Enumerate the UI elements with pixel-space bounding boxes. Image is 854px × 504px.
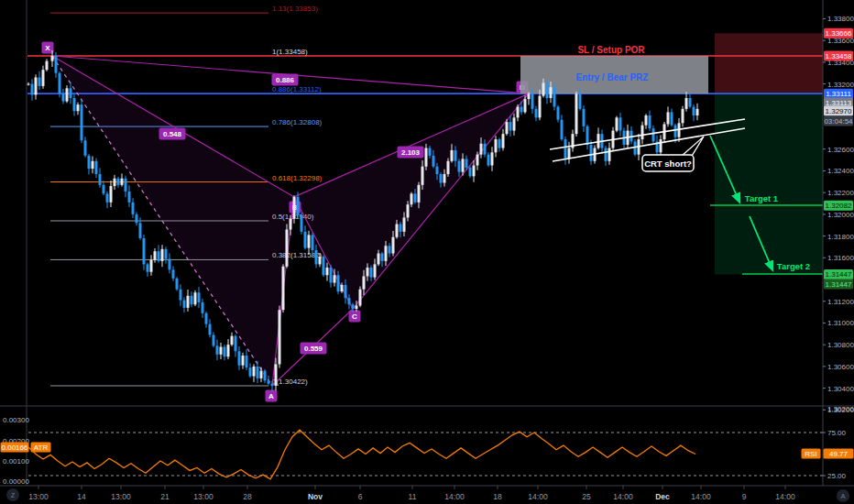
trading-chart[interactable]: 1.13(1.33853)1(1.33458)0.886(1.33112)0.7… xyxy=(0,0,854,504)
svg-text:13:00: 13:00 xyxy=(28,492,49,501)
svg-text:1.32600: 1.32600 xyxy=(827,146,854,154)
svg-text:1.31600: 1.31600 xyxy=(827,254,854,262)
svg-text:0(1.30422): 0(1.30422) xyxy=(272,378,308,386)
svg-text:1.31000: 1.31000 xyxy=(827,319,854,327)
svg-text:1.30400: 1.30400 xyxy=(827,385,854,393)
svg-text:1.31447: 1.31447 xyxy=(826,270,852,279)
svg-text:0.00000: 0.00000 xyxy=(3,477,29,486)
svg-text:25: 25 xyxy=(582,492,591,501)
svg-text:0.886(1.33112): 0.886(1.33112) xyxy=(272,85,322,93)
svg-text:C: C xyxy=(352,312,357,321)
svg-text:0.886: 0.886 xyxy=(276,76,295,84)
svg-text:Dec: Dec xyxy=(655,492,670,501)
timezone-button[interactable]: Z xyxy=(6,488,19,501)
svg-text:X: X xyxy=(45,44,50,52)
svg-text:ATR: ATR xyxy=(34,444,49,452)
svg-text:49.77: 49.77 xyxy=(829,450,849,458)
svg-text:0.00100: 0.00100 xyxy=(3,457,29,466)
svg-text:14:00: 14:00 xyxy=(444,492,465,501)
svg-text:1(1.33458): 1(1.33458) xyxy=(272,48,308,56)
svg-text:6: 6 xyxy=(358,492,363,501)
svg-text:1.31200: 1.31200 xyxy=(827,298,854,306)
svg-text:14:00: 14:00 xyxy=(775,492,795,501)
svg-text:1.32200: 1.32200 xyxy=(827,189,854,197)
svg-text:0.618(1.32298): 0.618(1.32298) xyxy=(272,174,323,182)
crt-label: CRT short? xyxy=(644,159,692,169)
svg-text:0.00300: 0.00300 xyxy=(3,416,29,424)
svg-text:1.33111: 1.33111 xyxy=(826,90,851,98)
sl-setup-label: SL / Setup POR xyxy=(577,45,645,55)
svg-text:1.30600: 1.30600 xyxy=(827,363,854,371)
target2-label: Target 2 xyxy=(777,261,810,271)
svg-text:25.00: 25.00 xyxy=(827,472,847,480)
svg-text:0.548: 0.548 xyxy=(163,130,182,138)
adjust-button-label: A xyxy=(840,492,845,500)
svg-text:1.32970: 1.32970 xyxy=(826,107,852,115)
svg-text:14:00: 14:00 xyxy=(613,492,633,501)
target1-label: Target 1 xyxy=(745,193,779,203)
svg-text:1.30200: 1.30200 xyxy=(827,406,854,414)
svg-text:21: 21 xyxy=(160,492,170,501)
svg-text:0.559: 0.559 xyxy=(304,345,323,353)
svg-text:28: 28 xyxy=(243,492,252,501)
svg-text:1.32082: 1.32082 xyxy=(826,202,852,210)
svg-text:Nov: Nov xyxy=(308,492,323,501)
entry-prz-label: Entry / Bear PRZ xyxy=(576,72,649,82)
svg-text:18: 18 xyxy=(493,492,502,501)
svg-text:1.31800: 1.31800 xyxy=(827,233,854,241)
svg-text:2.103: 2.103 xyxy=(401,148,421,157)
svg-text:1.33800: 1.33800 xyxy=(827,15,854,23)
svg-text:13:00: 13:00 xyxy=(111,492,131,501)
svg-text:11: 11 xyxy=(409,492,417,501)
risk-zone-box xyxy=(715,33,823,93)
svg-text:14:00: 14:00 xyxy=(528,492,548,501)
svg-text:1.30800: 1.30800 xyxy=(827,341,854,349)
svg-text:75.00: 75.00 xyxy=(827,429,847,437)
svg-text:1.33666: 1.33666 xyxy=(826,29,852,38)
svg-text:03:04:54: 03:04:54 xyxy=(824,117,853,126)
adjust-button[interactable]: A xyxy=(837,489,849,502)
svg-text:1.32000: 1.32000 xyxy=(827,211,854,219)
svg-text:13:00: 13:00 xyxy=(193,492,214,501)
svg-text:RSI: RSI xyxy=(805,450,816,458)
svg-text:14:00: 14:00 xyxy=(691,492,711,501)
svg-text:1.31447: 1.31447 xyxy=(826,280,852,289)
svg-text:9: 9 xyxy=(742,492,747,501)
svg-text:1.32400: 1.32400 xyxy=(827,167,854,175)
timezone-button-label: Z xyxy=(11,491,16,499)
svg-text:1.33458: 1.33458 xyxy=(826,52,852,60)
svg-text:14: 14 xyxy=(77,492,86,501)
svg-text:1.13(1.33853): 1.13(1.33853) xyxy=(272,5,318,13)
svg-text:1.33200: 1.33200 xyxy=(827,81,854,89)
risk-reward-zones[interactable] xyxy=(715,33,823,274)
svg-text:A: A xyxy=(268,392,274,400)
svg-text:0.00166: 0.00166 xyxy=(2,444,28,452)
svg-text:0.786(1.32808): 0.786(1.32808) xyxy=(272,118,323,126)
